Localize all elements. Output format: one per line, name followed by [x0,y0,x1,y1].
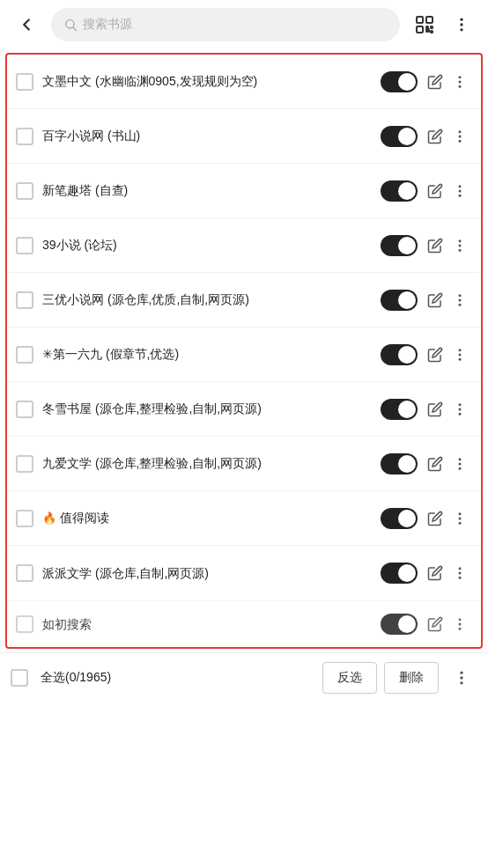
delete-button[interactable]: 删除 [384,662,439,694]
source-more-icon[interactable] [447,397,472,422]
source-checkbox[interactable] [16,401,33,418]
svg-point-22 [459,244,462,246]
footer: 全选(0/1965) 反选 删除 [0,652,488,702]
source-item: 文墨中文 (水幽临渊0905,发现规则为空) [7,55,481,109]
svg-rect-8 [426,26,428,28]
source-item: ✳第一六九 (假章节,优选) [7,327,481,382]
source-more-icon[interactable] [447,124,472,149]
svg-point-19 [459,189,462,192]
source-checkbox[interactable] [16,455,33,473]
source-checkbox[interactable] [16,346,33,364]
partial-toggle[interactable] [381,614,418,635]
source-checkbox[interactable] [16,128,33,145]
reverse-select-button[interactable]: 反选 [322,662,377,694]
source-more-icon[interactable] [447,288,472,313]
source-checkbox[interactable] [16,564,33,582]
source-more-icon[interactable] [447,179,472,203]
source-toggle[interactable] [381,126,418,147]
source-edit-icon[interactable] [423,70,447,94]
svg-point-38 [459,521,462,524]
source-list-container: 文墨中文 (水幽临渊0905,发现规则为空) 百字小说网 (书山) [5,53,483,649]
svg-point-26 [459,303,462,305]
source-checkbox[interactable] [16,510,33,527]
svg-point-28 [459,353,462,356]
svg-point-47 [460,681,462,684]
svg-rect-2 [417,17,423,23]
source-item: 39小说 (论坛) [7,218,481,273]
source-name: 三优小说网 (源仓库,优质,自制,网页源) [42,291,375,307]
partial-edit-icon[interactable] [423,612,447,636]
source-toggle[interactable] [381,180,418,202]
source-edit-icon[interactable] [423,233,447,258]
source-toggle[interactable] [381,290,418,311]
qr-icon-button[interactable] [409,9,440,40]
select-all-checkbox[interactable] [11,669,28,687]
source-edit-icon[interactable] [423,342,447,367]
source-toggle[interactable] [381,453,418,474]
source-edit-icon[interactable] [423,397,447,422]
svg-point-36 [459,512,462,515]
source-checkbox[interactable] [16,73,33,91]
source-edit-icon[interactable] [423,288,447,313]
source-edit-icon[interactable] [423,179,447,203]
partial-source-name: 如初搜索 [42,616,375,632]
header: 搜索书源 [0,0,488,49]
svg-point-10 [460,23,462,26]
source-toggle[interactable] [381,71,418,92]
svg-point-17 [459,139,462,142]
partial-checkbox[interactable] [16,615,33,633]
source-checkbox[interactable] [16,237,33,254]
source-edit-icon[interactable] [423,561,447,585]
partial-more-icon[interactable] [447,612,472,636]
svg-point-14 [459,85,462,87]
source-item: 派派文学 (源仓库,自制,网页源) [7,546,481,600]
source-more-icon[interactable] [447,452,472,476]
source-name: ✳第一六九 (假章节,优选) [42,346,375,362]
svg-point-33 [459,458,462,460]
source-edit-icon[interactable] [423,506,447,531]
search-placeholder: 搜索书源 [83,17,132,33]
source-edit-icon[interactable] [423,124,447,149]
source-item: 冬雪书屋 (源仓库,整理检验,自制,网页源) [7,382,481,437]
source-toggle[interactable] [381,344,418,365]
source-toggle[interactable] [381,399,418,420]
svg-point-11 [460,28,462,31]
source-checkbox[interactable] [16,291,33,309]
source-item: 百字小说网 (书山) [7,109,481,164]
svg-point-39 [459,567,462,570]
source-more-icon[interactable] [447,70,472,94]
source-toggle[interactable] [381,563,418,584]
svg-point-21 [459,239,462,242]
source-more-icon[interactable] [447,233,472,258]
svg-rect-5 [426,29,429,32]
source-checkbox[interactable] [16,182,33,200]
svg-point-40 [459,572,462,575]
svg-point-32 [459,412,462,415]
source-toggle[interactable] [381,508,418,529]
svg-point-24 [459,294,462,297]
svg-point-30 [459,403,462,406]
source-name: 新笔趣塔 (自查) [42,182,375,198]
source-more-icon[interactable] [447,561,472,585]
source-name: 🔥值得阅读 [42,510,375,526]
source-toggle[interactable] [381,235,418,256]
source-name: 九爱文学 (源仓库,整理检验,自制,网页源) [42,455,375,471]
source-name: 派派文学 (源仓库,自制,网页源) [42,565,375,581]
svg-point-29 [459,357,462,360]
source-edit-icon[interactable] [423,452,447,476]
source-item: 新笔趣塔 (自查) [7,164,481,218]
svg-point-42 [459,618,462,621]
svg-point-25 [459,298,462,301]
svg-point-34 [459,462,462,465]
svg-line-1 [73,27,77,31]
footer-more-button[interactable] [446,662,477,694]
svg-rect-7 [431,31,433,33]
back-button[interactable] [11,9,42,40]
source-more-icon[interactable] [447,506,472,531]
svg-point-9 [460,18,462,21]
search-bar[interactable]: 搜索书源 [51,8,400,41]
svg-point-20 [459,194,462,196]
svg-point-16 [459,135,462,137]
header-more-button[interactable] [446,9,477,40]
source-more-icon[interactable] [447,342,472,367]
